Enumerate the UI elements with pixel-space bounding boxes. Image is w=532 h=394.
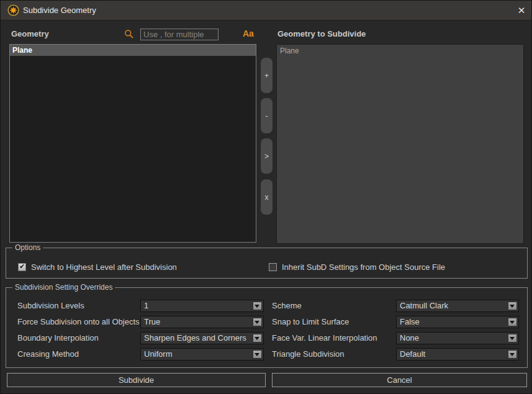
triangle-subdivision-label: Triangle Subdivision — [272, 348, 345, 360]
chevron-down-icon[interactable] — [508, 302, 517, 310]
chevron-down-icon[interactable] — [508, 334, 517, 343]
geometry-list[interactable]: Plane — [9, 44, 256, 243]
select-value: Uniform — [141, 349, 263, 360]
window-title: Subdivide Geometry — [23, 1, 96, 20]
chevron-down-icon[interactable] — [253, 318, 262, 326]
chevron-down-icon[interactable] — [508, 350, 517, 359]
scheme-label: Scheme — [272, 300, 302, 312]
inherit-subd-settings-checkbox-row[interactable]: Inherit SubD Settings from Object Source… — [269, 262, 445, 272]
list-item-plane[interactable]: Plane — [277, 45, 523, 55]
move-right-button[interactable]: > — [261, 138, 273, 174]
chevron-down-icon[interactable] — [253, 302, 262, 310]
app-sun-icon — [7, 4, 19, 16]
clear-button[interactable]: x — [261, 179, 273, 215]
overrides-legend: Subdivision Setting Overrides — [12, 283, 115, 292]
checkbox-checked[interactable] — [18, 263, 26, 271]
subdivide-panel-title: Geometry to Subdivide — [277, 29, 366, 38]
select-value: None — [397, 333, 518, 344]
boundary-interpolation-select[interactable]: Sharpen Edges and Corners — [140, 332, 264, 344]
options-legend: Options — [12, 243, 43, 252]
chevron-down-icon[interactable] — [508, 318, 517, 326]
remove-button[interactable]: - — [261, 98, 273, 133]
title-bar[interactable]: Subdivide Geometry ✕ — [1, 1, 532, 20]
creasing-method-label: Creasing Method — [17, 348, 79, 360]
chevron-down-icon[interactable] — [253, 334, 262, 343]
checkbox-label: Inherit SubD Settings from Object Source… — [282, 262, 445, 272]
geometry-search-input[interactable] — [140, 29, 219, 40]
select-value: True — [141, 316, 263, 328]
select-value: Catmull Clark — [397, 300, 518, 311]
search-icon — [124, 29, 134, 39]
select-value: Default — [397, 349, 518, 360]
select-value: Sharpen Edges and Corners — [141, 333, 263, 344]
subdivision-levels-select[interactable]: 1 — [140, 300, 264, 312]
scheme-select[interactable]: Catmull Clark — [396, 300, 519, 312]
triangle-subdivision-select[interactable]: Default — [396, 348, 519, 360]
geometry-to-subdivide-list[interactable]: Plane — [276, 44, 524, 244]
snap-to-limit-label: Snap to Limit Surface — [272, 316, 349, 328]
subdivision-levels-label: Subdivision Levels — [17, 300, 84, 312]
case-sensitivity-toggle[interactable]: Aa — [243, 29, 254, 38]
list-item-plane-selected[interactable]: Plane — [10, 45, 256, 56]
force-subdivision-select[interactable]: True — [140, 316, 264, 328]
add-button[interactable]: + — [261, 58, 273, 93]
subdivide-geometry-dialog: Subdivide Geometry ✕ Geometry Aa Geometr… — [0, 0, 532, 394]
boundary-interpolation-label: Boundary Interpolation — [17, 332, 99, 344]
checkbox-label: Switch to Highest Level after Subdivisio… — [31, 262, 177, 272]
switch-highest-level-checkbox-row[interactable]: Switch to Highest Level after Subdivisio… — [18, 262, 177, 272]
checkbox-unchecked[interactable] — [269, 263, 277, 271]
geometry-panel-title: Geometry — [11, 29, 49, 38]
snap-to-limit-select[interactable]: False — [396, 316, 519, 328]
subdivide-button[interactable]: Subdivide — [7, 373, 266, 387]
select-value: 1 — [141, 300, 263, 311]
face-var-interpolation-select[interactable]: None — [396, 332, 519, 344]
creasing-method-select[interactable]: Uniform — [140, 348, 264, 360]
select-value: False — [397, 316, 518, 328]
cancel-button[interactable]: Cancel — [272, 373, 527, 387]
filter-menu-icon[interactable] — [228, 31, 236, 38]
force-subdivision-label: Force Subdivision onto all Objects — [17, 316, 140, 328]
close-icon[interactable]: ✕ — [515, 4, 528, 17]
face-var-interpolation-label: Face Var. Linear Interpolation — [272, 332, 377, 344]
chevron-down-icon[interactable] — [253, 350, 262, 359]
